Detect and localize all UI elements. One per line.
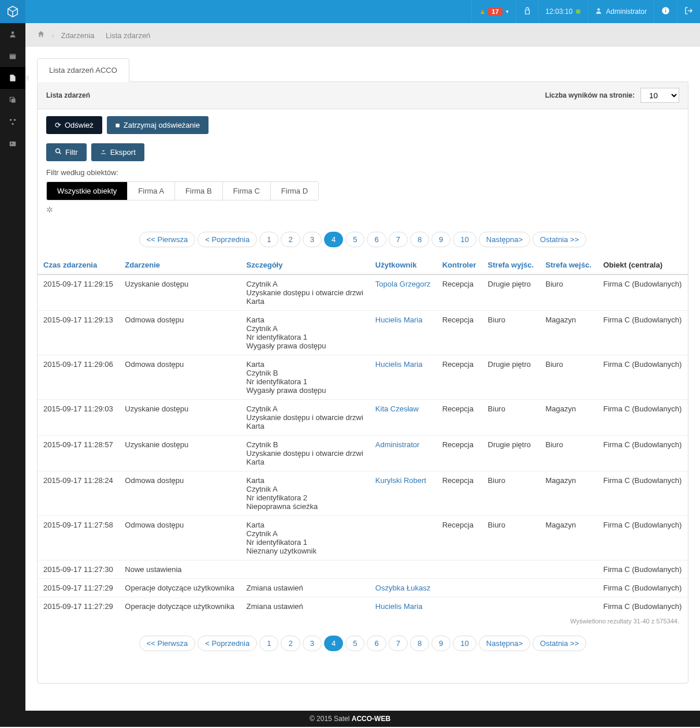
logout-button[interactable] [677,0,700,23]
svg-line-1 [8,9,13,12]
unlock-button[interactable] [516,0,538,23]
cell: Hucielis Maria [370,355,437,400]
page-link[interactable]: 1 [259,232,278,247]
sidebar-item-copy[interactable] [0,89,25,111]
user-link[interactable]: Topola Grzegorz [375,280,430,288]
page-link[interactable]: 3 [303,636,322,651]
svg-point-15 [12,123,14,125]
page-link[interactable]: 7 [389,636,408,651]
cell: Recepcja [437,436,482,471]
user-link[interactable]: Kita Czesław [375,404,419,413]
tab-event-list[interactable]: Lista zdarzeń ACCO [37,58,129,82]
sidebar-item-events[interactable] [0,67,25,89]
main-content: › Zdarzenia Lista zdarzeń Lista zdarzeń … [25,23,700,711]
cell: Biuro [540,274,598,311]
sidebar-item-calendar[interactable] [0,45,25,67]
page-link[interactable]: 7 [389,232,408,247]
filter-button[interactable]: Filtr [46,143,87,161]
page-link[interactable]: 2 [281,636,300,651]
col-event[interactable]: Zdarzenie [119,256,240,274]
cell: Odmowa dostępu [119,516,240,560]
download-icon [100,148,107,157]
col-details[interactable]: Szczegóły [241,256,370,274]
sidebar-item-modules[interactable] [0,111,25,133]
cell [482,560,540,579]
filter-tab[interactable]: Wszystkie obiekty [47,182,128,200]
col-time[interactable]: Czas zdarzenia [38,256,119,274]
user-link[interactable]: Administrator [375,440,420,449]
page-link[interactable]: 2 [281,232,300,247]
cell: Firma C (Budowlanych) [597,471,688,516]
page-link[interactable]: < Poprzednia [198,232,257,247]
user-link[interactable]: Hucielis Maria [375,602,423,611]
page-link[interactable]: << Pierwsza [139,232,196,247]
svg-rect-16 [10,142,16,146]
user-link[interactable]: Hucielis Maria [375,360,423,369]
status-dot [576,9,580,14]
col-zone-in[interactable]: Strefa wejśc. [540,256,598,274]
col-zone-out[interactable]: Strefa wyjśc. [482,256,540,274]
home-icon[interactable] [37,31,47,40]
page-link[interactable]: 4 [324,636,343,651]
cell: Recepcja [437,274,482,311]
sidebar-item-users[interactable] [0,23,25,45]
filter-tab[interactable]: Firma C [223,182,271,200]
page-link[interactable]: 6 [367,232,386,247]
page-link[interactable]: Następna> [479,636,530,651]
cell: Firma C (Budowlanych) [597,560,688,579]
page-link[interactable]: 1 [259,636,278,651]
page-link[interactable]: Ostatnia >> [533,636,586,651]
cell: Czytnik AUzyskanie dostępu i otwarcie dr… [241,400,370,436]
info-button[interactable] [654,0,677,23]
cell: Magazyn [540,471,598,516]
page-link[interactable]: 8 [410,232,429,247]
page-link[interactable]: Ostatnia >> [533,232,586,247]
svg-rect-10 [10,54,16,55]
alerts-dropdown[interactable]: ▲ 17 ▾ [471,0,515,23]
app-logo[interactable] [0,0,25,23]
user-icon [595,7,602,16]
page-link[interactable]: 9 [431,232,450,247]
export-button[interactable]: Eksport [91,143,144,161]
results-per-page-select[interactable]: 10 [641,88,679,103]
page-link[interactable]: << Pierwsza [139,636,196,651]
user-link[interactable]: Hucielis Maria [375,315,423,324]
page-link[interactable]: 5 [345,232,364,247]
filter-tab[interactable]: Firma D [271,182,318,200]
cell: Administrator [370,436,437,471]
user-menu[interactable]: Administrator [587,0,654,23]
sidebar [0,23,25,711]
stop-refresh-button[interactable]: ■ Zatrzymaj odświeżanie [107,116,208,134]
svg-point-8 [12,31,14,34]
user-link[interactable]: Oszybka Łukasz [375,584,430,592]
cell: KartaCzytnik ANr identyfikatora 2Niepopr… [241,471,370,516]
page-link[interactable]: 10 [453,636,476,651]
cell: Recepcja [437,355,482,400]
sidebar-item-download[interactable] [0,155,25,177]
page-link[interactable]: 6 [367,636,386,651]
col-controller[interactable]: Kontroler [437,256,482,274]
cell: Zmiana ustawień [241,597,370,616]
page-link[interactable]: 8 [410,636,429,651]
page-link[interactable]: 10 [453,232,476,247]
page-link[interactable]: 5 [345,636,364,651]
page-link[interactable]: 9 [431,636,450,651]
page-link[interactable]: < Poprzednia [198,636,257,651]
page-link[interactable]: 4 [324,232,343,247]
breadcrumb: › Zdarzenia Lista zdarzeń [25,23,700,47]
page-link[interactable]: Następna> [479,232,530,247]
sidebar-item-gallery[interactable] [0,133,25,155]
breadcrumb-item-events[interactable]: Zdarzenia [61,31,95,40]
cell: Firma C (Budowlanych) [597,597,688,616]
user-link[interactable]: Kurylski Robert [375,476,426,485]
page-link[interactable]: 3 [303,232,322,247]
col-user[interactable]: Użytkownik [370,256,437,274]
filter-tab[interactable]: Firma B [175,182,223,200]
cell [482,579,540,597]
svg-rect-7 [665,9,666,9]
filter-tab[interactable]: Firma A [128,182,175,200]
cell: KartaCzytnik ANr identyfikatora 1Wygasły… [241,311,370,355]
footer-brand: ACCO-WEB [352,715,390,723]
cell: Biuro [482,516,540,560]
refresh-button[interactable]: ⟳ Odśwież [46,116,102,134]
